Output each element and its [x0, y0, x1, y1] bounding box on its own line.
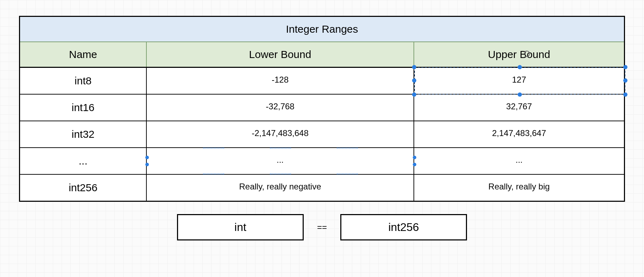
cell-lower[interactable]: -32,768	[147, 95, 414, 121]
selection-handle-icon[interactable]	[623, 78, 627, 83]
cell-upper[interactable]: Really, really big	[414, 175, 624, 201]
connector-dot-icon	[413, 156, 416, 159]
header-lower-label: Lower Bound	[249, 49, 311, 60]
cell-upper[interactable]: 2,147,483,647	[414, 121, 624, 147]
alias-equation: int == int256	[18, 214, 626, 240]
table-title[interactable]: Integer Ranges	[20, 17, 624, 42]
selection-handle-icon[interactable]	[412, 65, 416, 69]
table-row[interactable]: ... ... ...	[20, 148, 624, 175]
cell-lower[interactable]: Really, really negative	[147, 175, 414, 201]
cell-name[interactable]: int256	[20, 175, 147, 201]
connector-line	[203, 148, 224, 148]
selection-handle-icon[interactable]	[623, 65, 627, 69]
selection-handle-icon[interactable]	[518, 92, 522, 97]
selection-handle-icon[interactable]	[412, 78, 416, 83]
cell-lower[interactable]: -2,147,483,648	[147, 121, 414, 147]
equation-right-box[interactable]: int256	[340, 214, 467, 240]
integer-ranges-table[interactable]: Integer Ranges Name Lower Bound Upper Bo…	[19, 16, 625, 202]
cell-lower[interactable]: ...	[147, 148, 414, 174]
equation-right-label: int256	[388, 221, 419, 233]
header-name-label: Name	[69, 49, 97, 60]
table-row[interactable]: int8 -128 127	[20, 68, 624, 95]
header-upper-bound[interactable]: Upper Bound	[414, 42, 624, 67]
connector-line	[203, 174, 224, 174]
equation-operator: ==	[317, 223, 327, 232]
table-row[interactable]: int32 -2,147,483,648 2,147,483,647	[20, 121, 624, 148]
header-name[interactable]: Name	[20, 42, 147, 67]
table-row[interactable]: int16 -32,768 32,767	[20, 95, 624, 121]
connector-line	[337, 148, 358, 148]
cell-name[interactable]: int8	[20, 68, 147, 94]
cell-name[interactable]: int16	[20, 95, 147, 121]
connector-line	[270, 174, 291, 174]
header-lower-bound[interactable]: Lower Bound	[147, 42, 414, 67]
rotate-handle-icon[interactable]	[524, 51, 530, 57]
cell-upper[interactable]: 127	[414, 68, 624, 94]
connector-dot-icon	[145, 156, 149, 159]
header-upper-label: Upper Bound	[488, 49, 550, 60]
connector-dot-icon	[145, 163, 149, 166]
selection-handle-icon[interactable]	[623, 92, 627, 97]
cell-upper[interactable]: ...	[414, 148, 624, 174]
table-title-text: Integer Ranges	[286, 23, 358, 35]
cell-upper[interactable]: 32,767	[414, 95, 624, 121]
selection-handle-icon[interactable]	[412, 92, 416, 97]
connector-dot-icon	[413, 163, 416, 166]
header-row: Name Lower Bound Upper Bound	[20, 42, 624, 68]
cell-lower[interactable]: -128	[147, 68, 414, 94]
selection-handle-icon[interactable]	[518, 65, 522, 69]
connector-line	[270, 148, 291, 148]
connector-line	[337, 174, 358, 174]
cell-name[interactable]: ...	[20, 148, 147, 174]
table-row[interactable]: int256 Really, really negative Really, r…	[20, 175, 624, 201]
equation-left-label: int	[234, 221, 246, 233]
cell-name[interactable]: int32	[20, 121, 147, 147]
equation-left-box[interactable]: int	[177, 214, 304, 240]
